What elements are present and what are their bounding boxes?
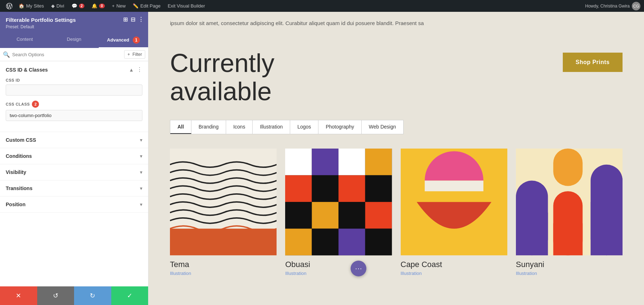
panel-header: Filterable Portfolio Settings ⊞ ⊟ ⋮ Pres… bbox=[0, 12, 148, 33]
css-class-input[interactable] bbox=[6, 110, 142, 121]
user-menu[interactable]: Howdy, Christina Gwira CG bbox=[585, 2, 640, 10]
comments-icon: 💬 bbox=[72, 3, 77, 9]
replies-icon: 🔔 bbox=[92, 3, 97, 9]
svg-rect-16 bbox=[312, 229, 339, 256]
replies-count: 0 bbox=[99, 4, 105, 8]
filter-tab-branding[interactable]: Branding bbox=[191, 120, 226, 134]
tab-design[interactable]: Design bbox=[49, 33, 99, 48]
portfolio-item-title-obuasi: Obuasi bbox=[285, 260, 392, 269]
chevron-down-icon-2: ▾ bbox=[140, 153, 142, 159]
undo-button[interactable]: ↺ bbox=[37, 286, 74, 305]
filter-tab-icons[interactable]: Icons bbox=[226, 120, 253, 134]
filter-tab-photography[interactable]: Photography bbox=[318, 120, 361, 134]
svg-rect-14 bbox=[365, 202, 392, 229]
panel-preset: Preset: Default bbox=[6, 24, 142, 29]
edit-page-menu[interactable]: ✏️ Edit Page bbox=[129, 0, 164, 12]
advanced-badge: 1 bbox=[133, 37, 140, 44]
portfolio-item-cat-tema[interactable]: Illustration bbox=[170, 271, 277, 276]
portfolio-item-tema[interactable]: Tema Illustration bbox=[170, 149, 277, 276]
css-id-classes-header[interactable]: CSS ID & Classes ▲ ⋮ bbox=[0, 61, 148, 78]
chevron-down-icon: ▾ bbox=[140, 137, 142, 143]
new-label: New bbox=[116, 3, 126, 9]
css-class-badge: 2 bbox=[32, 101, 39, 108]
admin-bar-right: Howdy, Christina Gwira CG bbox=[585, 2, 640, 10]
visibility-section: Visibility ▾ bbox=[0, 164, 148, 180]
new-menu[interactable]: + New bbox=[108, 0, 130, 12]
visibility-header[interactable]: Visibility ▾ bbox=[0, 164, 148, 180]
svg-rect-10 bbox=[365, 175, 392, 202]
portfolio-item-cat-cape-coast[interactable]: Illustration bbox=[401, 271, 507, 276]
portfolio-item-cape-coast[interactable]: Cape Coast Illustration bbox=[401, 149, 507, 276]
portfolio-grid: Tema Illustration bbox=[170, 149, 623, 276]
css-id-classes-title: CSS ID & Classes bbox=[6, 67, 48, 73]
howdy-label: Howdy, Christina Gwira bbox=[585, 4, 630, 9]
cancel-button[interactable]: ✕ bbox=[0, 286, 37, 305]
css-class-label: CSS Class 2 bbox=[6, 101, 142, 108]
svg-rect-30 bbox=[553, 149, 582, 186]
svg-rect-3 bbox=[285, 149, 312, 175]
panel-maximize-icon[interactable]: ⊞ bbox=[123, 17, 128, 23]
portfolio-header: Currently available Shop Prints bbox=[170, 49, 623, 106]
portfolio-section: Currently available Shop Prints All Bran… bbox=[148, 35, 644, 290]
search-icon: 🔍 bbox=[3, 51, 10, 58]
custom-css-header[interactable]: Custom CSS ▾ bbox=[0, 132, 148, 148]
css-id-classes-content: CSS ID CSS Class 2 bbox=[0, 78, 148, 132]
css-id-label: CSS ID bbox=[6, 78, 142, 82]
exit-builder-label: Exit Visual Builder bbox=[168, 3, 205, 9]
redo-button[interactable]: ↻ bbox=[74, 286, 111, 305]
svg-rect-11 bbox=[285, 202, 312, 229]
position-section: Position ▾ bbox=[0, 197, 148, 213]
position-header[interactable]: Position ▾ bbox=[0, 197, 148, 212]
filter-tab-all[interactable]: All bbox=[170, 120, 191, 134]
filter-tab-illustration[interactable]: Illustration bbox=[253, 120, 290, 134]
portfolio-item-obuasi[interactable]: Obuasi Illustration bbox=[285, 149, 392, 276]
panel-layout-icon[interactable]: ⊟ bbox=[131, 17, 135, 23]
portfolio-item-cat-sunyani[interactable]: Illustration bbox=[516, 271, 623, 276]
replies-menu[interactable]: 🔔 0 bbox=[88, 0, 108, 12]
edit-page-label: Edit Page bbox=[140, 3, 160, 9]
svg-rect-4 bbox=[312, 149, 339, 175]
search-input[interactable] bbox=[12, 52, 122, 57]
preset-label: Preset: Default bbox=[6, 24, 34, 29]
conditions-header[interactable]: Conditions ▾ bbox=[0, 148, 148, 164]
save-button[interactable]: ✓ bbox=[111, 286, 148, 305]
transitions-title: Transitions bbox=[6, 185, 33, 191]
preview-top-text: ipsum dolor sit amet, consectetur adipis… bbox=[148, 12, 644, 35]
filter-tab-logos[interactable]: Logos bbox=[290, 120, 318, 134]
my-sites-label: My Sites bbox=[26, 3, 44, 9]
comments-count: 2 bbox=[79, 4, 85, 8]
svg-rect-17 bbox=[338, 229, 365, 256]
css-id-input[interactable] bbox=[6, 84, 142, 96]
portfolio-item-title-cape-coast: Cape Coast bbox=[401, 260, 507, 269]
cancel-icon: ✕ bbox=[16, 292, 21, 300]
my-sites-icon: 🏠 bbox=[19, 3, 24, 9]
shop-prints-button[interactable]: Shop Prints bbox=[563, 53, 623, 72]
section-menu-icon[interactable]: ⋮ bbox=[137, 66, 142, 73]
plus-icon: + bbox=[112, 3, 115, 9]
portfolio-item-sunyani[interactable]: Sunyani Illustration bbox=[516, 149, 623, 276]
tab-advanced[interactable]: Advanced 1 bbox=[99, 33, 148, 48]
chevron-down-icon-4: ▾ bbox=[140, 185, 142, 191]
portfolio-item-cat-obuasi[interactable]: Illustration bbox=[285, 271, 392, 276]
my-sites-menu[interactable]: 🏠 My Sites bbox=[15, 0, 48, 12]
wordpress-logo[interactable] bbox=[4, 0, 15, 12]
exit-builder-menu[interactable]: Exit Visual Builder bbox=[164, 0, 209, 12]
tab-content[interactable]: Content bbox=[0, 33, 49, 48]
transitions-header[interactable]: Transitions ▾ bbox=[0, 180, 148, 196]
panel-more-icon[interactable]: ⋮ bbox=[138, 17, 144, 23]
portfolio-title: Currently available bbox=[170, 49, 274, 106]
divi-menu[interactable]: ◆ Divi bbox=[48, 0, 68, 12]
preview-inner: ipsum dolor sit amet, consectetur adipis… bbox=[148, 12, 644, 290]
comments-menu[interactable]: 💬 2 bbox=[68, 0, 88, 12]
panel-title-text: Filterable Portfolio Settings bbox=[6, 17, 76, 23]
search-bar: 🔍 + Filter bbox=[0, 48, 148, 61]
svg-rect-13 bbox=[338, 202, 365, 229]
undo-icon: ↺ bbox=[53, 292, 58, 300]
filter-tab-web-design[interactable]: Web Design bbox=[362, 120, 403, 134]
save-icon: ✓ bbox=[127, 292, 132, 300]
filter-button[interactable]: + Filter bbox=[124, 50, 145, 59]
preview-top-text-content: ipsum dolor sit amet, consectetur adipis… bbox=[170, 20, 424, 26]
custom-css-section: Custom CSS ▾ bbox=[0, 132, 148, 148]
settings-panel: Filterable Portfolio Settings ⊞ ⊟ ⋮ Pres… bbox=[0, 12, 148, 305]
floating-action-button[interactable]: ⋯ bbox=[351, 261, 366, 276]
